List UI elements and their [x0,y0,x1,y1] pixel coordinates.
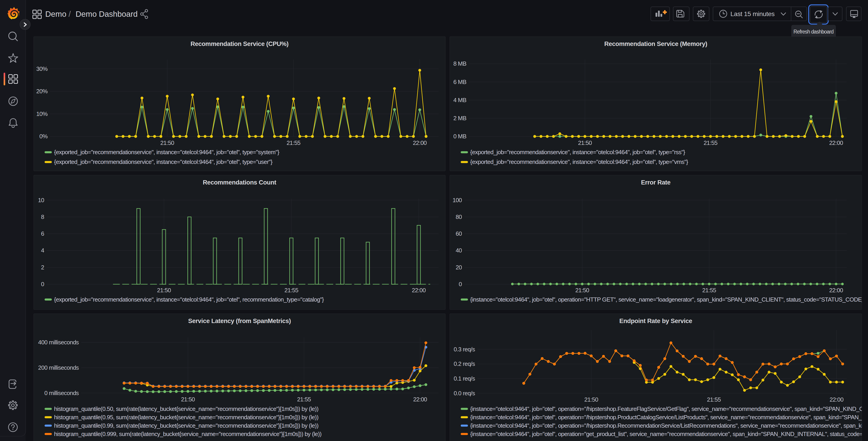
svg-text:21:50: 21:50 [584,396,598,403]
svg-text:21:50: 21:50 [578,140,592,146]
svg-text:Refresh dashboard: Refresh dashboard [794,29,834,35]
svg-text:10: 10 [38,197,44,204]
svg-text:{exported_job="recommendations: {exported_job="recommendationservice", i… [54,158,273,165]
svg-text:0.2 req/s: 0.2 req/s [454,360,475,367]
svg-text:0 milliseconds: 0 milliseconds [44,390,79,396]
svg-text:Recommendations Count: Recommendations Count [203,179,276,186]
svg-text:22:00: 22:00 [413,140,427,146]
svg-text:histogram_quantile(0.99, sum(r: histogram_quantile(0.99, sum(rate(latenc… [54,422,318,429]
svg-text:6: 6 [41,230,44,237]
svg-text:21:55: 21:55 [707,396,721,403]
svg-text:{exported_job="recommendations: {exported_job="recommendationservice", i… [470,158,688,165]
svg-text:4 MB: 4 MB [454,97,466,104]
svg-text:21:50: 21:50 [157,287,171,294]
svg-text:{instance="otelcol:9464", job=: {instance="otelcol:9464", job="otel", op… [470,414,862,421]
svg-text:Last 15 minutes: Last 15 minutes [731,10,775,18]
svg-text:0: 0 [41,281,44,288]
svg-text:4: 4 [41,247,44,254]
svg-text:{exported_job="recommendations: {exported_job="recommendationservice", i… [470,149,685,155]
svg-text:histogram_quantile(0.95, sum(r: histogram_quantile(0.95, sum(rate(latenc… [54,414,318,421]
svg-text:Error Rate: Error Rate [641,179,671,186]
svg-text:21:55: 21:55 [702,287,716,294]
svg-text:{exported_job="recommendations: {exported_job="recommendationservice", i… [54,296,324,303]
svg-text:400 milliseconds: 400 milliseconds [38,339,79,346]
svg-text:22:00: 22:00 [413,396,427,403]
svg-text:0.3 req/s: 0.3 req/s [454,346,475,353]
svg-text:10%: 10% [36,111,48,117]
svg-text:{instance="otelcol:9464", job=: {instance="otelcol:9464", job="otel", op… [470,422,862,429]
svg-text:40: 40 [456,247,462,254]
svg-text:22:00: 22:00 [829,140,843,146]
svg-text:80: 80 [456,213,462,220]
svg-text:21:55: 21:55 [284,287,298,294]
svg-text:Recommendation Service (Memory: Recommendation Service (Memory) [604,40,707,47]
svg-text:22:00: 22:00 [412,287,426,294]
svg-text:2: 2 [41,264,44,271]
svg-text:22:00: 22:00 [829,287,843,294]
svg-text:100: 100 [453,197,462,204]
svg-text:22:00: 22:00 [830,396,843,403]
svg-text:21:55: 21:55 [286,140,300,146]
svg-text:21:50: 21:50 [575,287,589,294]
svg-text:0.0 req/s: 0.0 req/s [454,390,475,396]
svg-text:/: / [68,9,71,18]
svg-text:21:55: 21:55 [297,396,311,403]
svg-text:6 MB: 6 MB [454,79,466,85]
svg-text:20: 20 [456,264,462,271]
svg-text:histogram_quantile(0.999, sum(: histogram_quantile(0.999, sum(rate(laten… [54,431,321,437]
svg-text:Service Latency (from SpanMetr: Service Latency (from SpanMetrics) [188,317,291,324]
svg-text:histogram_quantile(0.50, sum(r: histogram_quantile(0.50, sum(rate(latenc… [54,406,318,412]
svg-text:{instance="otelcol:9464", job=: {instance="otelcol:9464", job="otel", op… [470,296,862,303]
svg-text:{exported_job="recommendations: {exported_job="recommendationservice", i… [54,149,279,155]
svg-text:Endpoint Rate by Service: Endpoint Rate by Service [619,317,692,324]
svg-text:Recommendation Service (CPU%): Recommendation Service (CPU%) [190,40,288,47]
svg-text:0: 0 [459,281,462,288]
svg-text:0 MB: 0 MB [454,133,466,140]
svg-text:2 MB: 2 MB [454,115,466,122]
svg-text:8: 8 [41,213,44,220]
svg-text:60: 60 [456,230,462,237]
svg-text:21:50: 21:50 [160,140,174,146]
svg-text:Demo Dashboard: Demo Dashboard [75,9,137,18]
svg-text:20%: 20% [36,88,48,95]
svg-text:8 MB: 8 MB [454,60,466,67]
svg-text:21:55: 21:55 [704,140,717,146]
svg-text:Demo: Demo [45,9,66,18]
svg-text:{instance="otelcol:9464", job=: {instance="otelcol:9464", job="otel", op… [470,431,862,437]
svg-text:30%: 30% [36,65,48,72]
svg-text:200 milliseconds: 200 milliseconds [38,364,79,371]
svg-text:0%: 0% [39,133,48,140]
svg-text:0.1 req/s: 0.1 req/s [454,375,475,382]
svg-text:21:50: 21:50 [181,396,195,403]
svg-text:{instance="otelcol:9464", job=: {instance="otelcol:9464", job="otel", op… [470,406,862,412]
